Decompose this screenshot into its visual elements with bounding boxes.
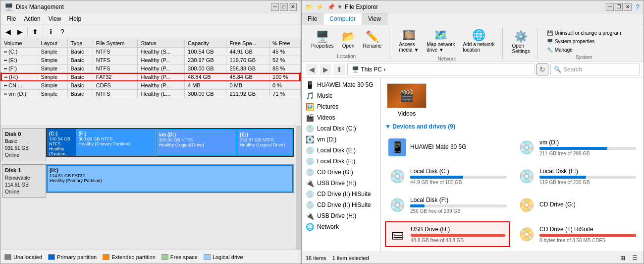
- col-free[interactable]: Free Spa...: [226, 39, 269, 48]
- access-media-btn[interactable]: 🎞️ Accessmedia ▼: [395, 27, 422, 55]
- sidebar-item-i2[interactable]: 💿 CD Drive (I:) HiSuite: [302, 199, 380, 210]
- system-props-btn[interactable]: 🖥️ System properties: [544, 38, 624, 45]
- tab-file[interactable]: File: [302, 13, 323, 25]
- drive-item[interactable]: 📀 CD Drive (I:) HiSuite 0 bytes free of …: [514, 221, 640, 247]
- nav-search[interactable]: 🔍 Search: [550, 64, 640, 75]
- col-volume[interactable]: Volume: [1, 39, 38, 48]
- uninstall-btn[interactable]: 💾 Uninstall or change a program: [544, 29, 624, 37]
- properties-ribbon-btn[interactable]: 🖥️ Properties: [308, 29, 337, 51]
- open-ribbon-btn[interactable]: 📂 Open: [338, 29, 359, 51]
- uninstall-icon: 💾: [547, 30, 553, 36]
- tab-view[interactable]: View: [362, 13, 387, 25]
- forward-button[interactable]: ▶: [14, 26, 25, 37]
- drive-cd-icon: 📀: [518, 225, 536, 243]
- partition-item[interactable]: vm (D:)300.00 GB NTFSHealthy (Logical Dr…: [156, 129, 237, 156]
- sidebar-item-network[interactable]: 🌐 Network: [302, 221, 380, 232]
- drive-item[interactable]: 💿 Local Disk (C:) 44.9 GB free of 100 GB: [385, 164, 510, 189]
- sidebar-item-pictures[interactable]: 🖼️ Pictures: [302, 101, 380, 112]
- manage-btn[interactable]: 🔧 Manage: [544, 46, 624, 54]
- sidebar-item-g[interactable]: 💿 CD Drive (G:): [302, 167, 380, 178]
- disk-scrollbar[interactable]: [296, 126, 301, 250]
- add-network-btn[interactable]: 🌐 Add a networklocation: [460, 27, 498, 55]
- table-cell: FAT32: [93, 73, 138, 81]
- fe-ribbon: File Computer View 🖥️ Properties 📂 Open: [302, 13, 644, 62]
- rename-ribbon-btn[interactable]: ✏️ Rename: [360, 29, 385, 51]
- open-settings-btn[interactable]: ⚙️ OpenSettings: [509, 29, 534, 57]
- drive-item[interactable]: 💿 Local Disk (F:) 256 GB free of 299 GB: [385, 193, 510, 217]
- sidebar-item-huawei[interactable]: 📱 HUAWEI Mate 30 5G: [302, 79, 380, 90]
- up-button[interactable]: ⬆: [30, 26, 41, 37]
- sidebar-item-d[interactable]: 💽 vm (D:): [302, 134, 380, 145]
- sidebar-item-videos[interactable]: 🎬 Videos: [302, 112, 380, 123]
- table-cell: 71 %: [269, 90, 300, 98]
- table-row[interactable]: ━ (E:)SimpleBasicNTFSHealthy (P...230.97…: [1, 56, 300, 65]
- map-network-btn[interactable]: 🗺️ Map networkdrive ▼: [423, 27, 458, 55]
- fe-titlebar: 📁 ⚡ 📌 ▼ File Explorer ─ ❐ ✕ ?: [302, 0, 644, 13]
- tab-computer[interactable]: Computer: [323, 13, 362, 25]
- sidebar-item-f[interactable]: 💿 Local Disk (F:): [302, 156, 380, 167]
- pictures-icon: 🖼️: [306, 103, 314, 111]
- drive-item[interactable]: 💿 Local Disk (E:) 119 GB free of 230 GB: [514, 164, 640, 189]
- details-view-btn[interactable]: ☰: [630, 253, 640, 263]
- nav-refresh-button[interactable]: ↻: [537, 64, 548, 75]
- properties-button[interactable]: ℹ: [45, 26, 56, 37]
- drive-item[interactable]: 📱 HUAWEI Mate 30 5G: [385, 135, 510, 160]
- table-row[interactable]: ━ (F:)SimpleBasicNTFSHealthy (P...300.00…: [1, 65, 300, 73]
- sidebar-item-i1[interactable]: 💿 CD Drive (I:) HiSuite: [302, 189, 380, 199]
- maximize-button[interactable]: □: [280, 3, 288, 11]
- large-icons-view-btn[interactable]: ⊞: [618, 253, 628, 263]
- nav-forward-button[interactable]: ▶: [320, 64, 331, 75]
- partition-item[interactable]: (E:)230.97 GB NTFSHealthy (Logical Drive…: [237, 129, 293, 156]
- menu-view[interactable]: View: [45, 14, 65, 23]
- disk-label: Disk 1Removable114.61 GBOnline: [2, 164, 46, 198]
- manage-label: Manage: [555, 47, 573, 53]
- partition-item[interactable]: (H:)114.61 GB FAT32Healthy (Primary Part…: [47, 165, 293, 193]
- menu-help[interactable]: Help: [65, 14, 86, 23]
- help-icon[interactable]: ?: [636, 3, 640, 11]
- partition-item[interactable]: (C:)100.54 GB NTFSHealthy (System, Boot,…: [47, 129, 76, 156]
- col-capacity[interactable]: Capacity: [185, 39, 226, 48]
- col-layout[interactable]: Layout: [38, 39, 67, 48]
- drive-item[interactable]: 🖴 USB Drive (H:) 48.8 GB free of 48.8 GB: [385, 221, 510, 247]
- back-button[interactable]: ◀: [2, 26, 13, 37]
- help-button[interactable]: ?: [57, 26, 68, 37]
- collapse-arrow[interactable]: ▼: [385, 123, 392, 130]
- access-media-label: Accessmedia ▼: [399, 42, 419, 53]
- table-cell: 230.97 GB: [185, 56, 226, 65]
- system-props-icon: 🖥️: [547, 39, 553, 44]
- pin-icon: 📌: [327, 3, 335, 10]
- sidebar-item-h2[interactable]: 🔌 USB Drive (H:): [302, 210, 380, 221]
- col-filesystem[interactable]: File System: [93, 39, 138, 48]
- table-row[interactable]: ━ (H:)SimpleBasicFAT32Healthy (P...48.84…: [1, 73, 300, 81]
- videos-folder[interactable]: 🎬 Videos: [385, 81, 429, 119]
- minimize-button[interactable]: ─: [271, 3, 279, 11]
- table-row[interactable]: ━ vm (D:)SimpleBasicNTFSHealthy (L...300…: [1, 90, 300, 98]
- disk-table-container[interactable]: Volume Layout Type File System Status Ca…: [0, 39, 301, 126]
- drive-name: Local Disk (C:): [410, 168, 507, 175]
- col-pct[interactable]: % Free: [269, 39, 300, 48]
- col-status[interactable]: Status: [138, 39, 185, 48]
- menu-file[interactable]: File: [2, 14, 20, 23]
- sidebar-item-music[interactable]: 🎵 Music: [302, 90, 380, 101]
- fe-minimize-button[interactable]: ─: [606, 3, 614, 11]
- fe-close-button[interactable]: ✕: [624, 3, 632, 11]
- menu-action[interactable]: Action: [20, 14, 44, 23]
- drive-item[interactable]: 💿 vm (D:) 211 GB free of 299 GB: [514, 135, 640, 160]
- partition-item[interactable]: (F:)300.00 GB NTFSHealthy (Primary Parti…: [76, 129, 156, 156]
- table-cell: 300.00 GB: [185, 65, 226, 73]
- table-row[interactable]: ━ (C:)SimpleBasicNTFSHealthy (S...100.54…: [1, 48, 300, 56]
- nav-up-button[interactable]: ⬆: [333, 64, 345, 75]
- col-type[interactable]: Type: [67, 39, 93, 48]
- drive-item[interactable]: 📀 CD Drive (G:): [514, 193, 640, 217]
- close-button[interactable]: ✕: [289, 3, 297, 11]
- sidebar-item-h[interactable]: 🔌 USB Drive (H:): [302, 178, 380, 189]
- sidebar-item-e[interactable]: 💿 Local Disk (E:): [302, 145, 380, 156]
- nav-path[interactable]: 🖥️ This PC ›: [347, 64, 535, 75]
- table-cell: Basic: [67, 90, 93, 98]
- nav-back-button[interactable]: ◀: [306, 64, 318, 75]
- legend-primary-box: [48, 254, 55, 260]
- fe-restore-button[interactable]: ❐: [615, 3, 623, 11]
- table-row[interactable]: ━ CN ...SimpleBasicCDFSHealthy (P...4 MB…: [1, 81, 300, 90]
- sidebar-item-c[interactable]: 💿 Local Disk (C:): [302, 123, 380, 134]
- fe-statusbar: 16 items 1 item selected ⊞ ☰: [302, 252, 644, 264]
